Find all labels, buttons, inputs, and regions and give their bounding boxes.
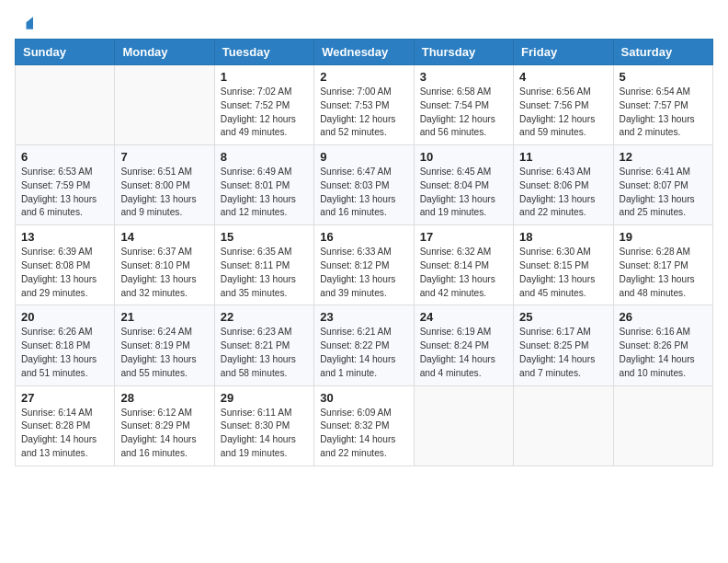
calendar-week-row: 27Sunrise: 6:14 AM Sunset: 8:28 PM Dayli… xyxy=(16,385,713,465)
calendar-cell: 27Sunrise: 6:14 AM Sunset: 8:28 PM Dayli… xyxy=(16,385,115,465)
calendar-cell: 24Sunrise: 6:19 AM Sunset: 8:24 PM Dayli… xyxy=(414,305,513,385)
calendar-cell: 25Sunrise: 6:17 AM Sunset: 8:25 PM Dayli… xyxy=(514,305,613,385)
day-info: Sunrise: 6:17 AM Sunset: 8:25 PM Dayligh… xyxy=(519,326,607,380)
day-info: Sunrise: 6:56 AM Sunset: 7:56 PM Dayligh… xyxy=(519,86,607,140)
calendar-cell: 11Sunrise: 6:43 AM Sunset: 8:06 PM Dayli… xyxy=(514,145,613,225)
weekday-header: Tuesday xyxy=(214,40,313,65)
day-number: 2 xyxy=(320,70,407,84)
day-number: 21 xyxy=(120,310,208,324)
day-info: Sunrise: 6:21 AM Sunset: 8:22 PM Dayligh… xyxy=(320,326,407,380)
day-info: Sunrise: 6:49 AM Sunset: 8:01 PM Dayligh… xyxy=(221,166,308,220)
calendar-cell: 1Sunrise: 7:02 AM Sunset: 7:52 PM Daylig… xyxy=(214,65,313,145)
day-number: 18 xyxy=(519,230,607,244)
calendar-cell xyxy=(514,385,613,465)
day-number: 4 xyxy=(519,70,607,84)
weekday-header: Friday xyxy=(514,40,613,65)
day-number: 1 xyxy=(221,70,308,84)
calendar-cell: 29Sunrise: 6:11 AM Sunset: 8:30 PM Dayli… xyxy=(214,385,313,465)
day-number: 5 xyxy=(620,70,707,84)
weekday-header-row: SundayMondayTuesdayWednesdayThursdayFrid… xyxy=(16,40,713,65)
calendar-cell: 23Sunrise: 6:21 AM Sunset: 8:22 PM Dayli… xyxy=(314,305,414,385)
day-info: Sunrise: 6:14 AM Sunset: 8:28 PM Dayligh… xyxy=(21,407,108,461)
calendar-cell: 22Sunrise: 6:23 AM Sunset: 8:21 PM Dayli… xyxy=(214,305,313,385)
day-number: 20 xyxy=(21,310,108,324)
day-number: 15 xyxy=(221,230,308,244)
day-info: Sunrise: 6:32 AM Sunset: 8:14 PM Dayligh… xyxy=(420,246,507,300)
calendar-cell xyxy=(115,65,214,145)
calendar-table: SundayMondayTuesdayWednesdayThursdayFrid… xyxy=(15,39,713,466)
day-number: 10 xyxy=(420,150,507,164)
day-info: Sunrise: 6:09 AM Sunset: 8:32 PM Dayligh… xyxy=(320,407,407,461)
day-number: 25 xyxy=(519,310,607,324)
day-number: 7 xyxy=(120,150,208,164)
day-number: 13 xyxy=(21,230,108,244)
calendar-week-row: 1Sunrise: 7:02 AM Sunset: 7:52 PM Daylig… xyxy=(16,65,713,145)
day-info: Sunrise: 7:02 AM Sunset: 7:52 PM Dayligh… xyxy=(221,86,308,140)
calendar-cell: 17Sunrise: 6:32 AM Sunset: 8:14 PM Dayli… xyxy=(414,225,513,305)
day-number: 27 xyxy=(21,391,108,405)
weekday-header: Wednesday xyxy=(314,40,414,65)
calendar-cell: 10Sunrise: 6:45 AM Sunset: 8:04 PM Dayli… xyxy=(414,145,513,225)
day-number: 8 xyxy=(221,150,308,164)
weekday-header: Saturday xyxy=(613,40,712,65)
day-number: 23 xyxy=(320,310,407,324)
page-header xyxy=(15,15,713,29)
weekday-header: Sunday xyxy=(16,40,115,65)
day-number: 29 xyxy=(221,391,308,405)
calendar-cell xyxy=(414,385,513,465)
calendar-cell: 5Sunrise: 6:54 AM Sunset: 7:57 PM Daylig… xyxy=(613,65,712,145)
day-info: Sunrise: 6:11 AM Sunset: 8:30 PM Dayligh… xyxy=(221,407,308,461)
day-info: Sunrise: 6:24 AM Sunset: 8:19 PM Dayligh… xyxy=(120,326,208,380)
day-info: Sunrise: 6:26 AM Sunset: 8:18 PM Dayligh… xyxy=(21,326,108,380)
day-info: Sunrise: 6:19 AM Sunset: 8:24 PM Dayligh… xyxy=(420,326,507,380)
day-number: 30 xyxy=(320,391,407,405)
svg-marker-0 xyxy=(17,17,33,29)
day-info: Sunrise: 6:23 AM Sunset: 8:21 PM Dayligh… xyxy=(221,326,308,380)
day-info: Sunrise: 6:33 AM Sunset: 8:12 PM Dayligh… xyxy=(320,246,407,300)
calendar-cell: 12Sunrise: 6:41 AM Sunset: 8:07 PM Dayli… xyxy=(613,145,712,225)
day-info: Sunrise: 6:28 AM Sunset: 8:17 PM Dayligh… xyxy=(620,246,707,300)
calendar-cell xyxy=(613,385,712,465)
weekday-header: Thursday xyxy=(414,40,513,65)
calendar-cell: 3Sunrise: 6:58 AM Sunset: 7:54 PM Daylig… xyxy=(414,65,513,145)
day-info: Sunrise: 6:37 AM Sunset: 8:10 PM Dayligh… xyxy=(120,246,208,300)
weekday-header: Monday xyxy=(115,40,214,65)
calendar-cell: 2Sunrise: 7:00 AM Sunset: 7:53 PM Daylig… xyxy=(314,65,414,145)
calendar-cell: 19Sunrise: 6:28 AM Sunset: 8:17 PM Dayli… xyxy=(613,225,712,305)
day-number: 24 xyxy=(420,310,507,324)
calendar-cell: 4Sunrise: 6:56 AM Sunset: 7:56 PM Daylig… xyxy=(514,65,613,145)
calendar-cell: 13Sunrise: 6:39 AM Sunset: 8:08 PM Dayli… xyxy=(16,225,115,305)
calendar-cell: 7Sunrise: 6:51 AM Sunset: 8:00 PM Daylig… xyxy=(115,145,214,225)
day-info: Sunrise: 6:47 AM Sunset: 8:03 PM Dayligh… xyxy=(320,166,407,220)
day-info: Sunrise: 6:39 AM Sunset: 8:08 PM Dayligh… xyxy=(21,246,108,300)
day-info: Sunrise: 6:51 AM Sunset: 8:00 PM Dayligh… xyxy=(120,166,208,220)
calendar-cell: 14Sunrise: 6:37 AM Sunset: 8:10 PM Dayli… xyxy=(115,225,214,305)
day-info: Sunrise: 6:43 AM Sunset: 8:06 PM Dayligh… xyxy=(519,166,607,220)
logo xyxy=(15,15,33,29)
day-info: Sunrise: 6:41 AM Sunset: 8:07 PM Dayligh… xyxy=(620,166,707,220)
day-info: Sunrise: 6:30 AM Sunset: 8:15 PM Dayligh… xyxy=(519,246,607,300)
day-info: Sunrise: 6:35 AM Sunset: 8:11 PM Dayligh… xyxy=(221,246,308,300)
day-number: 6 xyxy=(21,150,108,164)
calendar-week-row: 6Sunrise: 6:53 AM Sunset: 7:59 PM Daylig… xyxy=(16,145,713,225)
calendar-cell: 6Sunrise: 6:53 AM Sunset: 7:59 PM Daylig… xyxy=(16,145,115,225)
day-number: 19 xyxy=(620,230,707,244)
day-number: 14 xyxy=(120,230,208,244)
calendar-cell: 16Sunrise: 6:33 AM Sunset: 8:12 PM Dayli… xyxy=(314,225,414,305)
calendar-cell xyxy=(16,65,115,145)
day-info: Sunrise: 6:58 AM Sunset: 7:54 PM Dayligh… xyxy=(420,86,507,140)
calendar-cell: 26Sunrise: 6:16 AM Sunset: 8:26 PM Dayli… xyxy=(613,305,712,385)
day-number: 3 xyxy=(420,70,507,84)
logo-icon xyxy=(17,15,33,31)
day-number: 17 xyxy=(420,230,507,244)
calendar-cell: 9Sunrise: 6:47 AM Sunset: 8:03 PM Daylig… xyxy=(314,145,414,225)
calendar-week-row: 20Sunrise: 6:26 AM Sunset: 8:18 PM Dayli… xyxy=(16,305,713,385)
calendar-cell: 15Sunrise: 6:35 AM Sunset: 8:11 PM Dayli… xyxy=(214,225,313,305)
day-info: Sunrise: 6:12 AM Sunset: 8:29 PM Dayligh… xyxy=(120,407,208,461)
day-info: Sunrise: 6:54 AM Sunset: 7:57 PM Dayligh… xyxy=(620,86,707,140)
calendar-cell: 8Sunrise: 6:49 AM Sunset: 8:01 PM Daylig… xyxy=(214,145,313,225)
day-info: Sunrise: 6:16 AM Sunset: 8:26 PM Dayligh… xyxy=(620,326,707,380)
calendar-cell: 20Sunrise: 6:26 AM Sunset: 8:18 PM Dayli… xyxy=(16,305,115,385)
day-number: 16 xyxy=(320,230,407,244)
calendar-cell: 18Sunrise: 6:30 AM Sunset: 8:15 PM Dayli… xyxy=(514,225,613,305)
